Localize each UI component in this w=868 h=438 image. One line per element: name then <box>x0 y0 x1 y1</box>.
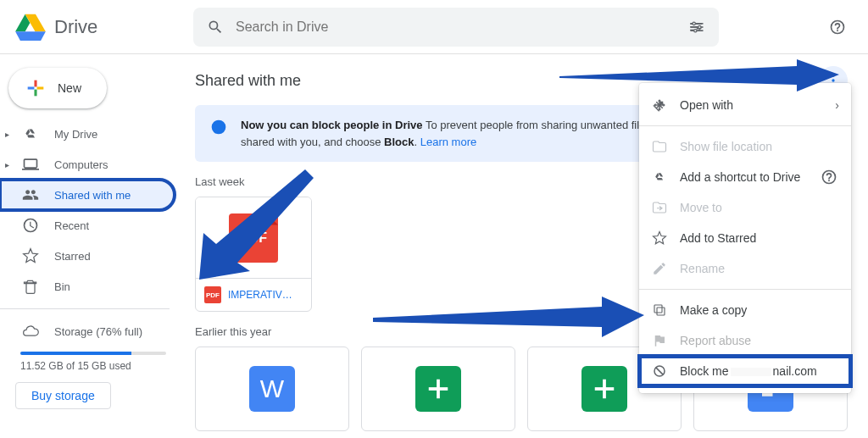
help-icon <box>827 17 848 37</box>
word-icon: W <box>249 366 295 412</box>
file-card-doc-w[interactable]: W <box>195 347 349 431</box>
nav-label: My Drive <box>54 128 97 141</box>
file-card-pdf[interactable]: PDF PDF IMPERATIV… <box>195 197 312 312</box>
cm-add-shortcut[interactable]: Add a shortcut to Drive <box>639 162 851 192</box>
banner-bold: Now you can block people in Drive <box>241 119 423 131</box>
help-icon[interactable] <box>819 167 839 187</box>
cm-report-abuse[interactable]: Report abuse <box>639 325 851 356</box>
svg-line-25 <box>656 368 663 374</box>
expand-icon[interactable]: ▸ <box>5 160 9 169</box>
sidebar-divider <box>0 308 170 309</box>
banner-text2: . <box>415 136 420 148</box>
cm-show-location: Show file location <box>639 131 851 162</box>
header-actions <box>821 10 854 44</box>
learn-more-link[interactable]: Learn more <box>420 136 476 148</box>
nav-label: Shared with me <box>54 189 131 202</box>
cm-add-starred[interactable]: Add to Starred <box>639 223 851 253</box>
cm-label: Open with <box>680 98 733 112</box>
svg-rect-12 <box>429 387 448 391</box>
pdf-badge-icon: PDF <box>204 286 221 303</box>
nav-label: Bin <box>54 280 70 293</box>
section-label: Earlier this year <box>195 325 271 338</box>
search-input[interactable] <box>236 19 676 35</box>
sidebar-item-starred[interactable]: Starred <box>0 241 175 271</box>
svg-rect-14 <box>595 387 615 391</box>
cm-rename: Rename <box>639 253 851 284</box>
logo-area[interactable]: Drive <box>14 10 183 44</box>
cm-label: Move to <box>680 201 722 214</box>
move-icon <box>651 200 668 215</box>
sidebar-item-bin[interactable]: Bin <box>0 271 175 302</box>
cm-open-with[interactable]: Open with › <box>639 90 851 120</box>
app-title: Drive <box>54 16 97 38</box>
cloud-icon <box>20 321 41 341</box>
sidebar-item-storage[interactable]: Storage (76% full) <box>0 316 175 347</box>
block-icon <box>651 363 668 379</box>
recent-icon <box>20 215 41 236</box>
svg-point-6 <box>832 75 834 77</box>
star-icon <box>651 230 668 246</box>
file-thumbnail: PDF <box>196 197 311 279</box>
svg-rect-23 <box>654 305 662 313</box>
new-button[interactable]: New <box>8 68 107 108</box>
new-button-label: New <box>58 81 81 95</box>
buy-storage-button[interactable]: Buy storage <box>15 382 111 409</box>
file-name: IMPERATIV… <box>228 289 292 301</box>
nav-label: Computers <box>54 158 108 171</box>
svg-rect-22 <box>657 308 665 315</box>
flag-icon <box>651 333 668 348</box>
svg-point-4 <box>698 25 701 28</box>
page-title: Shared with me <box>195 72 301 90</box>
svg-point-3 <box>693 22 695 25</box>
svg-point-7 <box>832 79 834 81</box>
cm-label: Rename <box>680 262 725 275</box>
shortcut-icon <box>651 169 668 185</box>
bin-icon <box>20 276 41 297</box>
header: Drive <box>0 0 868 54</box>
sidebar: New ▸ My Drive ▸ Computers Shared with m… <box>0 54 186 438</box>
computers-icon <box>20 154 41 175</box>
sidebar-item-computers[interactable]: ▸ Computers <box>0 149 175 180</box>
sidebar-item-shared-with-me[interactable]: Shared with me <box>0 180 175 210</box>
expand-icon[interactable]: ▸ <box>5 130 9 139</box>
rename-icon <box>651 261 668 276</box>
sidebar-item-my-drive[interactable]: ▸ My Drive <box>0 119 175 149</box>
cm-make-copy[interactable]: Make a copy <box>639 295 851 325</box>
chevron-right-icon: › <box>835 98 839 112</box>
folder-icon <box>651 139 668 154</box>
sidebar-item-recent[interactable]: Recent <box>0 210 175 241</box>
shared-icon <box>20 185 41 205</box>
plus-icon <box>24 76 47 100</box>
storage-used-text: 11.52 GB of 15 GB used <box>0 358 186 374</box>
nav-label: Starred <box>54 250 91 263</box>
search-bar[interactable] <box>193 8 719 47</box>
drive-logo-icon <box>14 10 47 44</box>
cm-divider <box>639 125 851 126</box>
copy-icon <box>651 302 668 318</box>
sheets-icon <box>415 366 461 412</box>
open-with-icon <box>651 97 668 113</box>
search-icon <box>205 17 225 37</box>
cm-move-to: Move to <box>639 192 851 223</box>
section-label: Last week <box>195 175 245 188</box>
pdf-icon: PDF <box>229 213 278 263</box>
search-options-icon[interactable] <box>687 17 707 37</box>
cm-label: Report abuse <box>680 334 751 347</box>
cm-block-user[interactable]: Block menail.com <box>639 356 851 386</box>
context-menu: Open with › Show file location Add a sho… <box>639 83 851 393</box>
star-icon <box>20 246 41 266</box>
nav-label: Recent <box>54 219 89 232</box>
cm-divider <box>639 289 851 290</box>
cm-label: Make a copy <box>680 303 747 317</box>
svg-point-5 <box>694 29 697 31</box>
block-icon <box>209 117 229 137</box>
file-meta: PDF IMPERATIV… <box>196 279 311 311</box>
cm-label: Add to Starred <box>680 231 756 245</box>
help-button[interactable] <box>821 10 854 44</box>
banner-bold2: Block <box>384 136 414 148</box>
svg-rect-17 <box>762 393 773 396</box>
file-card-sheet-1[interactable] <box>361 347 515 431</box>
sheets-icon <box>581 366 627 412</box>
cm-label: Show file location <box>680 140 772 153</box>
storage-bar <box>20 352 166 355</box>
